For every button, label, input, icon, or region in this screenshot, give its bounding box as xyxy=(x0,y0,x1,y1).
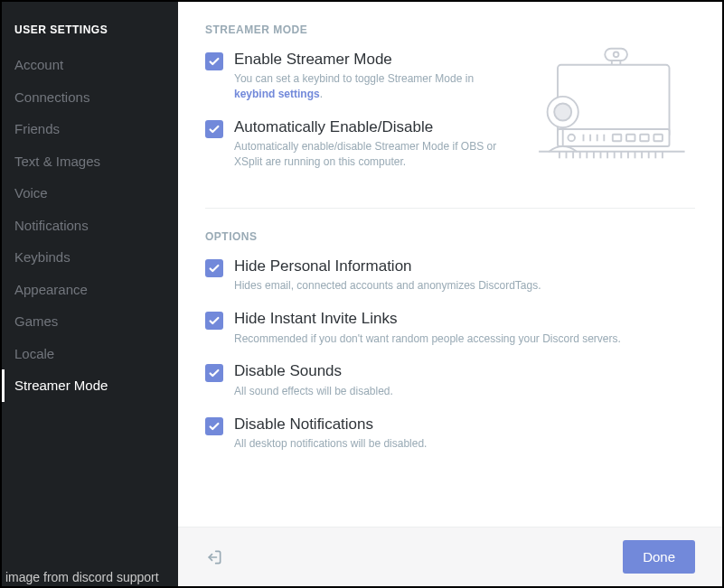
sidebar-item-keybinds[interactable]: Keybinds xyxy=(2,241,178,274)
option-disable-notifications: Disable Notifications All desktop notifi… xyxy=(205,415,695,452)
option-hide-instant-invite: Hide Instant Invite Links Recommended if… xyxy=(205,310,695,346)
checkbox-hide-personal-info[interactable] xyxy=(205,259,223,277)
streamer-illustration xyxy=(523,43,695,186)
checkbox-disable-notifications[interactable] xyxy=(205,417,223,435)
check-icon xyxy=(208,420,221,433)
option-label: Enable Streamer Mode xyxy=(234,51,509,69)
option-description: Hides email, connected accounts and anon… xyxy=(234,278,695,294)
check-icon xyxy=(208,367,221,379)
section-title-options: OPTIONS xyxy=(205,230,695,243)
option-description: You can set a keybind to toggle Streamer… xyxy=(234,71,509,102)
option-description: Automatically enable/disable Streamer Mo… xyxy=(234,139,509,170)
main-panel: STREAMER MODE Enable Streamer Mode You c… xyxy=(178,2,722,586)
option-description: All desktop notifications will be disabl… xyxy=(234,436,695,452)
check-icon xyxy=(208,55,221,68)
option-label: Hide Instant Invite Links xyxy=(234,310,695,328)
option-disable-sounds: Disable Sounds All sound effects will be… xyxy=(205,362,695,398)
checkbox-enable-streamer-mode[interactable] xyxy=(205,52,223,70)
check-icon xyxy=(208,123,221,135)
option-label: Hide Personal Information xyxy=(234,257,695,275)
sidebar-item-locale[interactable]: Locale xyxy=(2,338,178,370)
check-icon xyxy=(208,314,221,327)
option-description: Recommended if you don't want random peo… xyxy=(234,331,695,347)
sidebar-item-account[interactable]: Account xyxy=(2,49,178,81)
checkbox-auto-enable[interactable] xyxy=(205,120,223,138)
monitor-webcam-mic-icon xyxy=(523,43,695,163)
sidebar-item-games[interactable]: Games xyxy=(2,305,178,338)
option-label: Disable Notifications xyxy=(234,415,695,434)
section-title-streamer-mode: STREAMER MODE xyxy=(205,23,695,36)
option-auto-enable: Automatically Enable/Disable Automatical… xyxy=(205,118,509,170)
checkbox-disable-sounds[interactable] xyxy=(205,364,223,382)
option-label: Automatically Enable/Disable xyxy=(234,118,509,136)
sidebar: USER SETTINGS Account Connections Friend… xyxy=(2,2,178,586)
sidebar-item-voice[interactable]: Voice xyxy=(2,177,178,210)
checkbox-hide-instant-invite[interactable] xyxy=(205,312,223,330)
svg-point-16 xyxy=(554,104,571,121)
sidebar-item-streamer-mode[interactable]: Streamer Mode xyxy=(2,369,178,402)
logout-icon[interactable] xyxy=(205,548,223,566)
content-area: STREAMER MODE Enable Streamer Mode You c… xyxy=(178,2,722,527)
done-button[interactable]: Done xyxy=(623,540,695,574)
svg-rect-11 xyxy=(605,49,627,61)
option-hide-personal-info: Hide Personal Information Hides email, c… xyxy=(205,257,695,294)
check-icon xyxy=(208,262,221,275)
option-description: All sound effects will be disabled. xyxy=(234,384,695,399)
keybind-settings-link[interactable]: keybind settings xyxy=(234,88,320,100)
attribution-text: image from discord support xyxy=(5,570,159,584)
sidebar-item-appearance[interactable]: Appearance xyxy=(2,274,178,306)
sidebar-item-friends[interactable]: Friends xyxy=(2,113,178,145)
sidebar-item-connections[interactable]: Connections xyxy=(2,81,178,114)
option-enable-streamer-mode: Enable Streamer Mode You can set a keybi… xyxy=(205,51,509,102)
sidebar-item-text-images[interactable]: Text & Images xyxy=(2,145,178,178)
option-label: Disable Sounds xyxy=(234,362,695,380)
sidebar-item-notifications[interactable]: Notifications xyxy=(2,210,178,242)
sidebar-header: USER SETTINGS xyxy=(2,2,178,49)
footer-bar: Done xyxy=(178,527,722,586)
